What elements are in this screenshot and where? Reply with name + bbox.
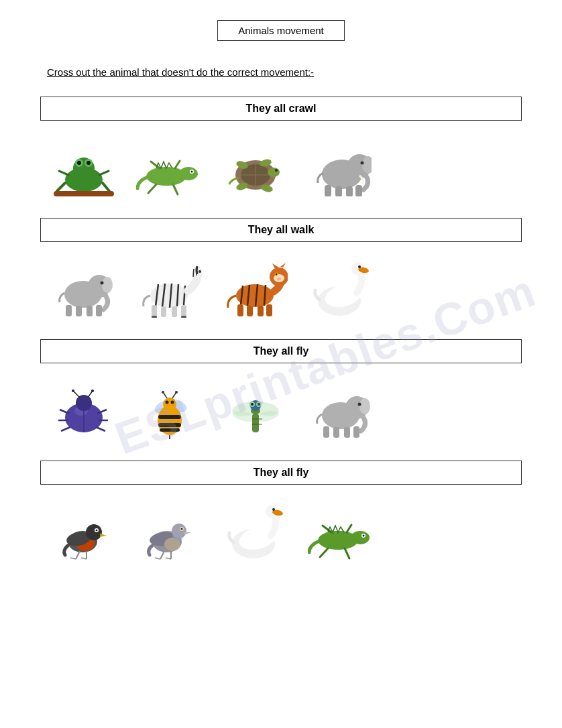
svg-point-23 (268, 168, 280, 177)
svg-rect-127 (333, 427, 339, 438)
svg-rect-44 (96, 305, 102, 316)
svg-marker-72 (280, 263, 286, 267)
section-header-walk: They all walk (40, 218, 522, 242)
svg-point-24 (275, 169, 278, 172)
animals-row-fly1 (40, 370, 522, 446)
svg-rect-99 (158, 415, 181, 419)
svg-line-94 (96, 427, 105, 431)
svg-rect-100 (158, 423, 181, 427)
svg-point-157 (351, 531, 370, 544)
svg-line-150 (166, 558, 171, 559)
svg-line-85 (73, 391, 80, 398)
svg-point-39 (102, 277, 113, 293)
svg-point-155 (272, 508, 275, 511)
svg-point-107 (162, 391, 164, 393)
animal-elephant-fly (304, 375, 378, 439)
animal-beetle (47, 375, 121, 439)
animal-elephant-walk (47, 254, 121, 318)
svg-rect-76 (266, 304, 272, 316)
animal-turtle (219, 133, 292, 196)
svg-point-135 (96, 530, 98, 532)
svg-line-6 (57, 183, 65, 191)
animal-swan (304, 254, 378, 318)
svg-rect-56 (161, 306, 166, 317)
svg-point-54 (199, 270, 201, 273)
svg-rect-60 (181, 316, 186, 318)
svg-point-14 (191, 171, 193, 173)
svg-rect-129 (353, 426, 359, 438)
animal-dragonfly (219, 375, 292, 439)
svg-rect-74 (247, 306, 253, 316)
svg-point-40 (101, 282, 104, 285)
svg-line-15 (148, 184, 156, 193)
svg-rect-73 (237, 304, 243, 316)
svg-rect-42 (76, 306, 82, 316)
section-walk: They all walk (40, 218, 522, 324)
svg-line-52 (193, 269, 194, 277)
svg-rect-75 (258, 306, 264, 316)
animal-zebra (133, 254, 207, 318)
section-crawl: They all crawl (40, 97, 522, 203)
animal-robin (47, 497, 121, 560)
svg-point-121 (258, 403, 260, 406)
svg-rect-33 (325, 185, 331, 196)
svg-line-18 (175, 161, 180, 168)
svg-rect-10 (54, 191, 114, 196)
svg-point-4 (77, 161, 81, 165)
svg-point-81 (358, 265, 361, 268)
animals-row-crawl (40, 127, 522, 203)
section-header-fly2: They all fly (40, 461, 522, 485)
animals-row-walk (40, 249, 522, 324)
svg-line-91 (61, 427, 70, 431)
svg-point-133 (86, 524, 102, 540)
instruction: Cross out the animal that doesn't do the… (40, 66, 522, 78)
svg-line-139 (81, 558, 87, 559)
svg-rect-128 (344, 427, 350, 438)
svg-rect-59 (152, 316, 157, 318)
page-title: Animals movement (217, 20, 345, 41)
svg-point-102 (163, 398, 176, 411)
svg-point-5 (87, 161, 91, 165)
svg-line-160 (320, 548, 328, 557)
animal-pigeon (133, 497, 207, 560)
svg-point-103 (165, 401, 168, 404)
svg-line-161 (345, 548, 349, 558)
section-fly2: They all fly (40, 461, 522, 567)
svg-rect-43 (87, 306, 93, 316)
svg-point-87 (72, 389, 74, 392)
svg-line-163 (347, 525, 351, 532)
svg-rect-41 (66, 305, 72, 316)
svg-rect-101 (160, 428, 180, 432)
svg-point-88 (91, 389, 94, 392)
svg-line-138 (70, 558, 76, 559)
animals-row-fly2 (40, 491, 522, 567)
title-wrapper: Animals movement (40, 20, 522, 54)
svg-line-7 (103, 183, 109, 191)
svg-rect-36 (355, 185, 362, 196)
svg-point-146 (181, 528, 183, 530)
svg-point-108 (175, 391, 178, 393)
svg-point-120 (251, 403, 254, 406)
animal-iguana (304, 497, 378, 560)
svg-point-69 (275, 274, 276, 275)
svg-line-16 (173, 184, 178, 194)
svg-point-144 (172, 524, 186, 538)
svg-rect-55 (152, 305, 157, 317)
animal-lizard (133, 133, 207, 196)
svg-rect-114 (252, 414, 259, 432)
svg-point-32 (361, 162, 364, 165)
svg-line-149 (155, 558, 160, 559)
animal-tiger (219, 254, 292, 318)
svg-line-147 (160, 551, 164, 559)
svg-point-12 (179, 167, 198, 180)
animal-frog (47, 133, 121, 196)
section-fly1: They all fly (40, 339, 522, 446)
animal-bee (133, 375, 207, 439)
svg-point-125 (358, 403, 361, 406)
animal-swan2 (219, 497, 292, 560)
svg-point-124 (359, 398, 370, 414)
svg-line-9 (99, 171, 109, 175)
svg-line-8 (59, 171, 68, 175)
animal-elephant-crawl (304, 133, 378, 196)
svg-rect-35 (346, 186, 353, 196)
